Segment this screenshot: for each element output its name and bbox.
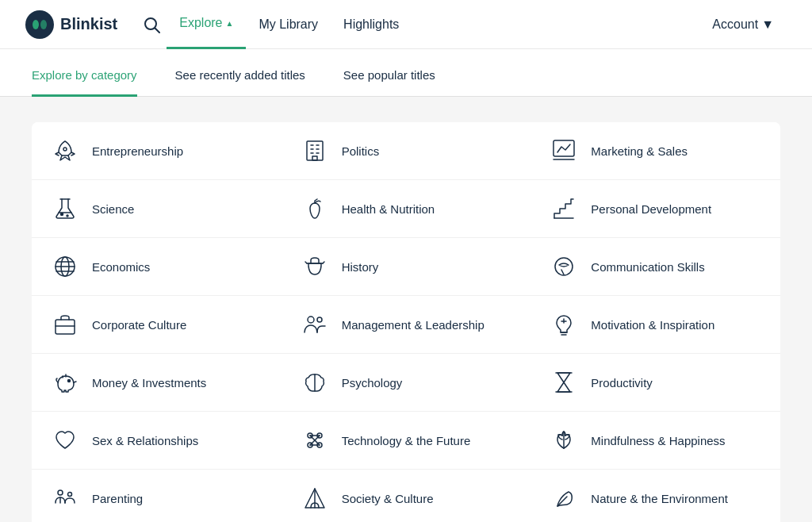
piggy-icon — [51, 368, 79, 397]
category-item[interactable]: Parenting — [32, 470, 282, 522]
category-label: Technology & the Future — [342, 434, 471, 447]
nav-right: Account ▼ — [699, 0, 787, 49]
category-label: Marketing & Sales — [591, 144, 688, 158]
category-item[interactable]: Motivation & Inspiration — [530, 296, 780, 354]
category-item[interactable]: Sex & Relationships — [32, 412, 282, 470]
rocket-icon — [51, 136, 79, 165]
category-item[interactable]: Society & Culture — [282, 470, 531, 522]
category-item[interactable]: Money & Investments — [32, 354, 282, 412]
category-item[interactable]: Marketing & Sales — [530, 122, 780, 180]
category-label: Nature & the Environment — [591, 492, 728, 505]
category-item[interactable]: Health & Nutrition — [282, 180, 531, 238]
category-label: Mindfulness & Happiness — [591, 434, 725, 447]
bulb-icon — [550, 310, 578, 339]
briefcase-icon — [51, 310, 79, 339]
stairs-icon — [550, 194, 578, 223]
category-label: Sex & Relationships — [92, 434, 198, 447]
chat-icon — [550, 252, 578, 281]
category-label: Health & Nutrition — [342, 202, 435, 216]
nav-my-library[interactable]: My Library — [246, 0, 331, 49]
category-label: Entrepreneurship — [92, 144, 183, 158]
brain-icon — [301, 368, 329, 397]
category-item[interactable]: Management & Leadership — [282, 296, 531, 354]
building-icon — [301, 136, 329, 165]
category-item[interactable]: Politics — [282, 122, 531, 180]
category-item[interactable]: Entrepreneurship — [32, 122, 282, 180]
svg-point-5 — [63, 148, 67, 151]
category-label: Parenting — [92, 492, 143, 505]
apple-icon — [301, 194, 329, 223]
account-button[interactable]: Account ▼ — [699, 0, 787, 49]
heart-icon — [51, 426, 79, 455]
filter-recently-added[interactable]: See recently added titles — [175, 68, 305, 97]
category-item[interactable]: Economics — [32, 238, 282, 296]
category-label: Corporate Culture — [92, 318, 186, 332]
logo[interactable]: Blinkist — [25, 10, 117, 39]
svg-point-18 — [61, 213, 63, 216]
category-label: Personal Development — [591, 202, 711, 216]
lotus-icon — [550, 426, 578, 455]
leaf-icon — [550, 484, 578, 512]
category-label: Management & Leadership — [342, 318, 485, 332]
category-item[interactable]: Personal Development — [530, 180, 780, 238]
category-section: EntrepreneurshipPoliticsMarketing & Sale… — [0, 97, 812, 522]
category-grid: EntrepreneurshipPoliticsMarketing & Sale… — [32, 122, 780, 522]
category-item[interactable]: History — [282, 238, 531, 296]
svg-rect-13 — [312, 156, 317, 160]
svg-rect-6 — [307, 141, 323, 160]
filter-popular[interactable]: See popular titles — [343, 68, 435, 97]
svg-point-52 — [68, 493, 72, 497]
search-button[interactable] — [143, 16, 160, 33]
pot-icon — [301, 252, 329, 281]
tent-icon — [301, 484, 329, 512]
category-label: Science — [92, 202, 134, 216]
category-item[interactable]: Psychology — [282, 354, 531, 412]
svg-point-51 — [58, 490, 63, 495]
category-label: Productivity — [591, 376, 653, 390]
nav-highlights[interactable]: Highlights — [331, 0, 412, 49]
explore-chevron-icon: ▲ — [226, 19, 234, 28]
category-item[interactable]: Productivity — [530, 354, 780, 412]
svg-point-31 — [317, 317, 322, 322]
category-label: Motivation & Inspiration — [591, 318, 714, 332]
people-icon — [301, 310, 329, 339]
tech-icon — [301, 426, 329, 455]
logo-text: Blinkist — [60, 15, 117, 33]
category-label: Economics — [92, 260, 150, 274]
svg-point-19 — [67, 215, 68, 217]
nav-links: Explore ▲ My Library Highlights — [167, 0, 412, 49]
account-chevron-icon: ▼ — [761, 17, 774, 32]
chart-icon — [550, 136, 578, 165]
category-label: Society & Culture — [342, 492, 434, 505]
nav-explore[interactable]: Explore ▲ — [167, 0, 246, 49]
category-item[interactable]: Science — [32, 180, 282, 238]
category-item[interactable]: Corporate Culture — [32, 296, 282, 354]
category-label: Psychology — [342, 376, 403, 390]
category-item[interactable]: Communication Skills — [530, 238, 780, 296]
category-label: History — [342, 260, 379, 274]
navbar: Blinkist Explore ▲ My Library Highlights… — [0, 0, 812, 49]
filter-bar: Explore by category See recently added t… — [0, 49, 812, 97]
category-label: Money & Investments — [92, 376, 206, 390]
category-label: Politics — [342, 144, 380, 158]
family-icon — [51, 484, 79, 512]
flask-icon — [51, 194, 79, 223]
category-item[interactable]: Technology & the Future — [282, 412, 531, 470]
svg-point-0 — [25, 10, 54, 39]
globe-icon — [51, 252, 79, 281]
svg-point-2 — [40, 20, 47, 29]
category-label: Communication Skills — [591, 260, 704, 274]
filter-by-category[interactable]: Explore by category — [32, 68, 137, 97]
svg-line-4 — [155, 28, 160, 33]
svg-line-27 — [561, 270, 564, 274]
svg-point-30 — [308, 317, 314, 323]
svg-point-1 — [33, 20, 39, 29]
hourglass-icon — [550, 368, 578, 397]
svg-point-36 — [68, 380, 71, 382]
category-item[interactable]: Mindfulness & Happiness — [530, 412, 780, 470]
category-item[interactable]: Nature & the Environment — [530, 470, 780, 522]
svg-rect-28 — [56, 320, 75, 334]
logo-icon — [25, 10, 54, 39]
